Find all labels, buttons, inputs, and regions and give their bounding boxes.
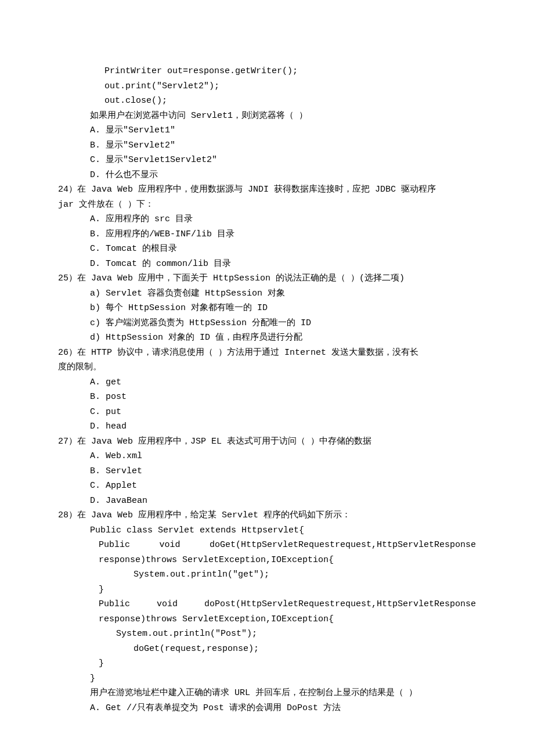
option-c: C. 显示"Servlet1Servlet2" xyxy=(58,153,476,168)
code-fragment: Public xyxy=(99,538,130,553)
code-line: out.close(); xyxy=(58,93,476,109)
code-line: Public void doPost(HttpServletRequestreq… xyxy=(58,597,476,612)
option-c: C. Applet xyxy=(58,478,476,494)
code-line: System.out.println("get"); xyxy=(58,567,476,582)
code-fragment: void xyxy=(159,538,180,553)
code-line: PrintWriter out=response.getWriter(); xyxy=(58,64,476,79)
option-c: C. Tomcat 的根目录 xyxy=(58,242,476,257)
question-28-stem: 28）在 Java Web 应用程序中，给定某 Servlet 程序的代码如下所… xyxy=(58,508,476,523)
question-intro: 如果用户在浏览器中访问 Servlet1，则浏览器将（ ） xyxy=(58,109,476,124)
option-a: A. get xyxy=(58,375,476,390)
option-b: B. post xyxy=(58,390,476,405)
option-d: D. JavaBean xyxy=(58,494,476,509)
code-line: Public void doGet(HttpServletRequestrequ… xyxy=(58,538,476,553)
code-fragment: doGet(HttpServletRequestrequest,HttpServ… xyxy=(210,538,476,553)
option-d: D. head xyxy=(58,419,476,434)
code-fragment: void xyxy=(157,597,178,612)
question-24-stem: 24）在 Java Web 应用程序中，使用数据源与 JNDI 获得数据库连接时… xyxy=(58,182,476,197)
code-line: response)throws ServletException,IOExcep… xyxy=(58,612,476,627)
code-line: System.out.println("Post"); xyxy=(58,627,476,642)
code-line: out.print("Servlet2"); xyxy=(58,79,476,94)
question-26-stem-cont: 度的限制。 xyxy=(58,360,476,375)
question-26-stem: 26）在 HTTP 协议中，请求消息使用（ ）方法用于通过 Internet 发… xyxy=(58,345,476,361)
option-d: D. Tomcat 的 common/lib 目录 xyxy=(58,257,476,272)
question-27-stem: 27）在 Java Web 应用程序中，JSP EL 表达式可用于访问（ ）中存… xyxy=(58,434,476,449)
option-d: d) HttpSession 对象的 ID 值，由程序员进行分配 xyxy=(58,330,476,345)
option-a: A. Get //只有表单提交为 Post 请求的会调用 DoPost 方法 xyxy=(58,701,476,716)
code-line: doGet(request,response); xyxy=(58,642,476,657)
code-fragment: Public xyxy=(99,597,130,612)
option-c: C. put xyxy=(58,405,476,420)
option-a: A. 应用程序的 src 目录 xyxy=(58,212,476,227)
option-c: c) 客户端浏览器负责为 HttpSession 分配唯一的 ID xyxy=(58,316,476,331)
code-line: response)throws ServletException,IOExcep… xyxy=(58,553,476,568)
option-b: B. 显示"Servlet2" xyxy=(58,138,476,153)
code-line: } xyxy=(58,671,476,686)
code-line: } xyxy=(58,656,476,671)
question-24-stem-cont: jar 文件放在（ ）下： xyxy=(58,197,476,213)
question-28-tail: 用户在游览地址栏中建入正确的请求 URL 并回车后，在控制台上显示的结果是（ ） xyxy=(58,686,476,701)
code-fragment: doPost(HttpServletRequestrequest,HttpSer… xyxy=(204,597,476,612)
option-b: b) 每个 HttpSession 对象都有唯一的 ID xyxy=(58,301,476,316)
option-b: B. 应用程序的/WEB-INF/lib 目录 xyxy=(58,227,476,242)
code-line: } xyxy=(58,582,476,597)
option-d: D. 什么也不显示 xyxy=(58,168,476,183)
code-line: Public class Servlet extends Httpservlet… xyxy=(58,523,476,538)
option-a: a) Servlet 容器负责创建 HttpSession 对象 xyxy=(58,286,476,301)
option-a: A. Web.xml xyxy=(58,449,476,464)
option-a: A. 显示"Servlet1" xyxy=(58,123,476,138)
option-b: B. Servlet xyxy=(58,464,476,479)
question-25-stem: 25）在 Java Web 应用中，下面关于 HttpSession 的说法正确… xyxy=(58,271,476,286)
